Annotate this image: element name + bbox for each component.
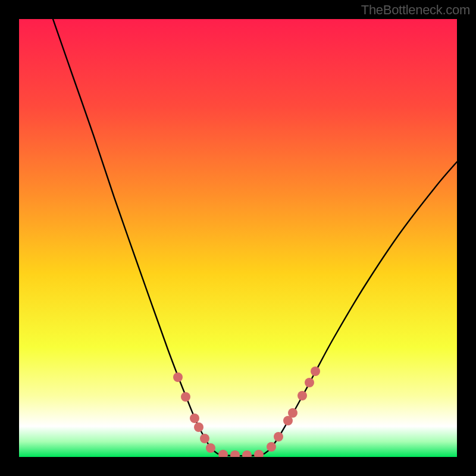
watermark-text: TheBottleneck.com [361, 2, 470, 18]
bead-marker [242, 450, 252, 457]
bottleneck-curve [53, 19, 457, 456]
bead-marker [218, 450, 228, 457]
bead-marker [274, 432, 283, 441]
bead-marker [230, 450, 240, 457]
bead-marker [206, 443, 215, 453]
bead-markers [173, 367, 320, 457]
bead-marker [200, 434, 209, 443]
curve-layer [19, 19, 457, 457]
bead-marker [288, 408, 298, 418]
curve-path [53, 19, 457, 456]
bead-marker [305, 378, 314, 387]
bead-marker [194, 422, 203, 432]
bead-marker [173, 372, 183, 382]
bead-marker [298, 391, 307, 400]
bead-marker [267, 442, 276, 452]
bead-marker [181, 392, 190, 402]
bead-marker [190, 414, 199, 423]
bead-marker [254, 450, 264, 457]
plot-area [19, 19, 457, 457]
chart-frame: TheBottleneck.com [0, 0, 476, 476]
bead-marker [311, 367, 320, 376]
